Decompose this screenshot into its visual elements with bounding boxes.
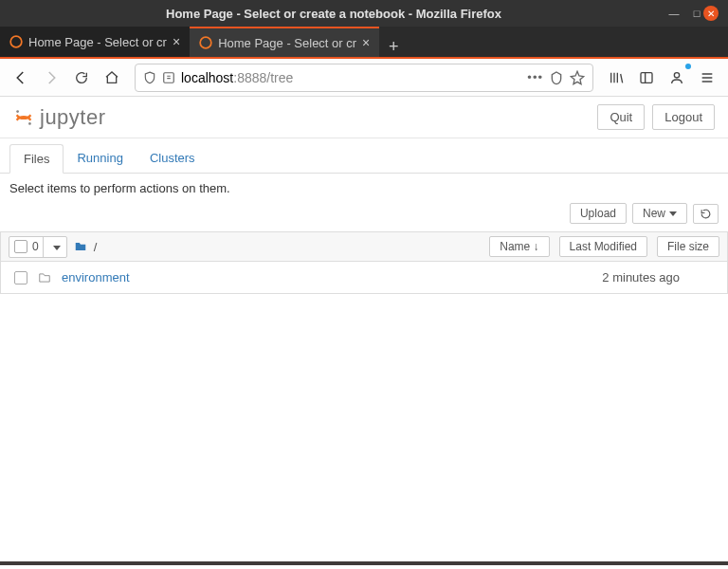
browser-tab-label: Home Page - Select or cr — [218, 36, 356, 50]
select-all-checkbox[interactable] — [14, 240, 27, 253]
close-icon[interactable]: × — [173, 34, 180, 49]
library-button[interactable] — [603, 64, 629, 91]
chevron-down-icon — [53, 246, 61, 250]
logout-button[interactable]: Logout — [652, 104, 715, 130]
sidebar-button[interactable] — [633, 64, 660, 91]
svg-point-1 — [200, 37, 211, 48]
window-maximize-button[interactable]: □ — [690, 7, 703, 20]
new-button-label: New — [643, 207, 665, 220]
row-checkbox[interactable] — [14, 271, 27, 284]
window-bottom-edge — [0, 561, 728, 565]
svg-point-0 — [10, 36, 22, 47]
jupyter-favicon-icon — [199, 36, 212, 49]
window-titlebar: Home Page - Select or create a notebook … — [0, 0, 728, 27]
info-icon[interactable] — [162, 71, 175, 84]
browser-tab-1[interactable]: Home Page - Select or cr × — [190, 27, 379, 57]
jupyter-logo[interactable]: jupyter — [13, 105, 106, 130]
url-bar[interactable]: localhost:8888/tree ••• — [135, 64, 593, 92]
back-button[interactable] — [8, 64, 34, 91]
folder-outline-icon — [37, 271, 52, 284]
svg-point-5 — [674, 72, 679, 77]
jupyter-favicon-icon — [9, 35, 23, 48]
more-icon[interactable]: ••• — [527, 70, 543, 84]
forward-button[interactable] — [38, 64, 64, 91]
tab-files[interactable]: Files — [9, 144, 64, 174]
reader-icon[interactable] — [549, 70, 564, 85]
window-close-button[interactable]: ✕ — [703, 6, 719, 21]
select-dropdown[interactable] — [43, 237, 66, 257]
file-list-header: 0 / Name ↓ Last Modified File size — [0, 231, 728, 262]
upload-button[interactable]: Upload — [570, 203, 627, 224]
quit-button[interactable]: Quit — [597, 104, 645, 130]
browser-tabstrip: Home Page - Select or cr × Home Page - S… — [0, 27, 728, 59]
folder-icon[interactable] — [73, 240, 88, 253]
jupyter-actions-right: Upload New — [0, 203, 728, 231]
selection-hint: Select items to perform actions on them. — [9, 181, 230, 195]
col-last-modified[interactable]: Last Modified — [559, 236, 647, 257]
browser-tab-0[interactable]: Home Page - Select or cr × — [0, 27, 190, 57]
table-row: environment 2 minutes ago — [0, 262, 728, 294]
select-all-group[interactable]: 0 — [9, 236, 67, 258]
jupyter-tabs: Files Running Clusters — [0, 144, 728, 174]
new-tab-button[interactable]: + — [379, 37, 408, 57]
url-text: localhost:8888/tree — [181, 70, 293, 85]
tab-clusters[interactable]: Clusters — [136, 144, 209, 173]
selected-count: 0 — [32, 240, 43, 253]
col-name-label: Name — [500, 240, 530, 253]
reload-button[interactable] — [68, 64, 95, 91]
url-host: localhost — [181, 70, 233, 85]
chevron-down-icon — [669, 211, 677, 216]
new-button[interactable]: New — [632, 203, 687, 224]
menu-button[interactable] — [694, 64, 720, 91]
shield-icon[interactable] — [143, 71, 156, 84]
svg-rect-3 — [641, 72, 652, 83]
browser-toolbar: localhost:8888/tree ••• — [0, 59, 728, 97]
star-icon[interactable] — [570, 70, 585, 85]
arrow-down-icon: ↓ — [534, 240, 539, 253]
file-link[interactable]: environment — [62, 270, 130, 284]
window-minimize-button[interactable]: — — [667, 7, 681, 20]
home-button[interactable] — [99, 64, 125, 91]
window-title: Home Page - Select or create a notebook … — [9, 7, 658, 21]
jupyter-brand-text: jupyter — [40, 105, 106, 130]
close-icon[interactable]: × — [362, 35, 370, 50]
col-file-size[interactable]: File size — [657, 236, 719, 257]
jupyter-header: jupyter Quit Logout — [0, 97, 728, 138]
file-last-modified: 2 minutes ago — [602, 270, 718, 284]
breadcrumb-root[interactable]: / — [94, 240, 98, 254]
tab-running[interactable]: Running — [64, 144, 136, 173]
jupyter-actions: Select items to perform actions on them. — [0, 174, 728, 203]
refresh-button[interactable] — [693, 204, 719, 224]
col-name[interactable]: Name ↓ — [489, 236, 549, 257]
account-button[interactable] — [664, 64, 690, 91]
jupyter-icon — [13, 107, 34, 128]
url-path: :8888/tree — [233, 70, 293, 85]
browser-tab-label: Home Page - Select or cr — [28, 35, 167, 49]
svg-point-7 — [28, 122, 31, 125]
svg-point-6 — [16, 110, 19, 113]
